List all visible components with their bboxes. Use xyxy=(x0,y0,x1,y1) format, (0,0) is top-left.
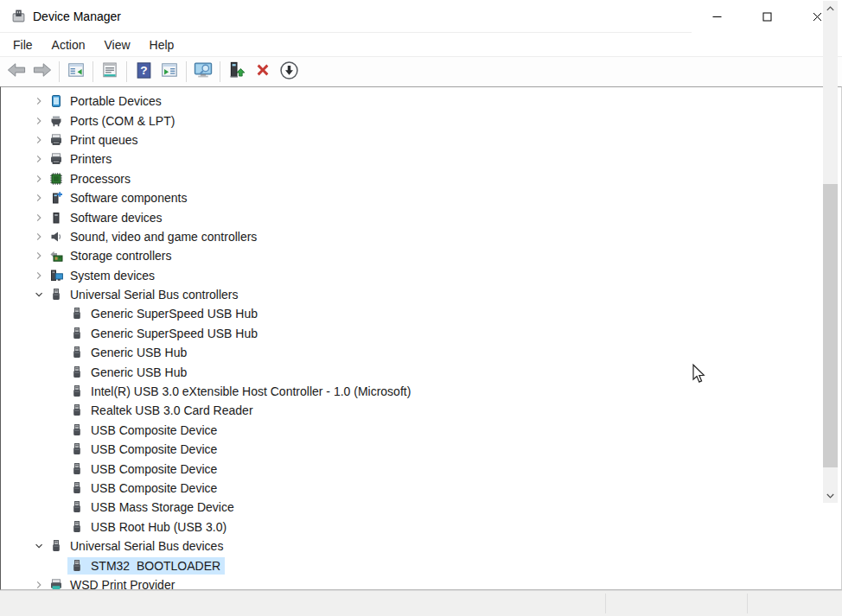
status-bar xyxy=(0,590,842,616)
uninstall-device-button[interactable] xyxy=(251,60,275,84)
row-content: Generic SuperSpeed USB Hub xyxy=(67,305,262,322)
tree-item-portable-devices[interactable]: Portable Devices xyxy=(1,92,841,111)
usb-icon xyxy=(70,500,84,514)
usb-icon xyxy=(70,462,84,476)
scrollbar-thumb[interactable] xyxy=(823,184,838,467)
tree-item-label: Sound, video and game controllers xyxy=(70,230,257,244)
tree-item-processors[interactable]: Processors xyxy=(1,169,841,188)
row-content: Realtek USB 3.0 Card Reader xyxy=(67,402,258,419)
row-content: Processors xyxy=(47,170,135,187)
window-title: Device Manager xyxy=(33,10,121,23)
tree-item-label: USB Composite Device xyxy=(91,423,217,437)
storage-controller-icon xyxy=(49,249,63,263)
tree-item-system-devices[interactable]: System devices xyxy=(1,266,841,285)
svg-text:?: ? xyxy=(140,64,147,77)
scroll-down-button[interactable] xyxy=(823,488,838,503)
tree-item-label: USB Root Hub (USB 3.0) xyxy=(91,520,226,534)
scan-hardware-icon xyxy=(193,60,214,83)
row-content: USB Composite Device xyxy=(67,441,221,458)
speaker-icon xyxy=(49,230,63,244)
usb-icon xyxy=(70,307,84,321)
tree-item-usb-composite-device[interactable]: USB Composite Device xyxy=(1,440,841,459)
back-arrow-button[interactable] xyxy=(4,60,29,84)
tree-item-generic-superspeed-usb-hub[interactable]: Generic SuperSpeed USB Hub xyxy=(1,304,841,323)
tree-item-label: Generic USB Hub xyxy=(91,365,187,379)
row-content: Universal Serial Bus controllers xyxy=(47,286,243,303)
help-button[interactable]: ? xyxy=(131,60,156,84)
tree-item-intel-r-usb-3-0-extensible-host-controller-1-0-microsoft[interactable]: Intel(R) USB 3.0 eXtensible Host Control… xyxy=(1,382,841,401)
toolbar: ? xyxy=(0,57,842,86)
minimize-button[interactable] xyxy=(692,0,742,33)
properties-button[interactable] xyxy=(98,60,122,84)
row-content: Ports (COM & LPT) xyxy=(47,112,179,130)
tree-item-usb-mass-storage-device[interactable]: USB Mass Storage Device xyxy=(1,498,841,517)
disable-device-button[interactable] xyxy=(277,60,301,84)
tree-item-sound-video-and-game-controllers[interactable]: Sound, video and game controllers xyxy=(1,227,841,246)
row-content: Sound, video and game controllers xyxy=(47,228,261,245)
tree-item-label: Processors xyxy=(70,172,131,186)
row-content: Printers xyxy=(47,150,116,168)
row-content: Print queues xyxy=(47,131,143,149)
forward-arrow-button[interactable] xyxy=(30,60,54,84)
tree-item-label: Storage controllers xyxy=(70,249,172,263)
show-action-pane-button[interactable] xyxy=(157,60,182,84)
tree-item-ports-com-lpt[interactable]: Ports (COM & LPT) xyxy=(1,111,841,130)
tree-item-software-devices[interactable]: Software devices xyxy=(1,207,841,226)
selected-row-content: STM32 BOOTLOADER xyxy=(67,557,225,575)
tree-item-stm32-bootloader[interactable]: STM32 BOOTLOADER xyxy=(1,556,841,575)
row-content: USB Composite Device xyxy=(67,460,221,478)
title-bar: Device Manager xyxy=(0,0,842,33)
maximize-button[interactable] xyxy=(742,0,792,33)
uninstall-device-icon xyxy=(253,60,272,82)
toolbar-separator xyxy=(126,61,127,82)
row-content: Generic USB Hub xyxy=(67,364,191,381)
row-content: USB Root Hub (USB 3.0) xyxy=(67,518,231,536)
menu-view[interactable]: View xyxy=(94,35,139,55)
scan-hardware-button[interactable] xyxy=(191,60,215,84)
usb-icon xyxy=(49,288,63,302)
usb-icon xyxy=(70,403,84,417)
menu-action[interactable]: Action xyxy=(42,35,95,55)
menu-file[interactable]: File xyxy=(3,35,42,55)
status-bar-divider xyxy=(605,594,606,613)
tree-item-label: USB Composite Device xyxy=(91,481,217,495)
tree-item-storage-controllers[interactable]: Storage controllers xyxy=(1,246,841,265)
show-console-tree-button[interactable] xyxy=(64,60,88,84)
device-tree: Portable DevicesPorts (COM & LPT)Print q… xyxy=(0,86,842,590)
scroll-up-button[interactable] xyxy=(823,1,838,16)
tree-item-usb-composite-device[interactable]: USB Composite Device xyxy=(1,479,841,498)
vertical-scrollbar[interactable] xyxy=(823,1,838,503)
update-driver-icon xyxy=(227,60,246,82)
row-content: Software components xyxy=(47,189,191,206)
tree-item-usb-root-hub-usb-3-0[interactable]: USB Root Hub (USB 3.0) xyxy=(1,518,841,537)
tree-item-label: Ports (COM & LPT) xyxy=(70,114,175,128)
row-content: System devices xyxy=(47,267,159,284)
printer-icon xyxy=(49,133,63,147)
tree-item-label: Generic SuperSpeed USB Hub xyxy=(91,307,258,321)
tree-item-usb-composite-device[interactable]: USB Composite Device xyxy=(1,421,841,440)
menu-help[interactable]: Help xyxy=(140,35,184,55)
tree-item-wsd-print-provider[interactable]: WSD Print Provider xyxy=(1,575,841,590)
back-arrow-icon xyxy=(6,60,27,83)
tree-item-usb-composite-device[interactable]: USB Composite Device xyxy=(1,459,841,478)
printer-icon xyxy=(49,152,63,166)
tree-item-print-queues[interactable]: Print queues xyxy=(1,130,841,149)
tree-item-printers[interactable]: Printers xyxy=(1,149,841,168)
wsd-printer-icon xyxy=(49,578,63,590)
row-content: Generic SuperSpeed USB Hub xyxy=(67,325,262,342)
software-component-icon xyxy=(49,191,63,205)
tree-item-universal-serial-bus-devices[interactable]: Universal Serial Bus devices xyxy=(1,537,841,556)
tree-item-universal-serial-bus-controllers[interactable]: Universal Serial Bus controllers xyxy=(1,285,841,304)
tree-item-generic-superspeed-usb-hub[interactable]: Generic SuperSpeed USB Hub xyxy=(1,324,841,343)
tree-item-realtek-usb-3-0-card-reader[interactable]: Realtek USB 3.0 Card Reader xyxy=(1,401,841,420)
tree-item-generic-usb-hub[interactable]: Generic USB Hub xyxy=(1,343,841,362)
usb-icon xyxy=(70,559,84,573)
usb-icon xyxy=(70,481,84,495)
tree-item-generic-usb-hub[interactable]: Generic USB Hub xyxy=(1,362,841,381)
row-content: Storage controllers xyxy=(47,247,176,264)
show-console-tree-icon xyxy=(67,60,86,82)
update-driver-button[interactable] xyxy=(225,60,249,84)
tree-item-software-components[interactable]: Software components xyxy=(1,188,841,207)
system-device-icon xyxy=(49,269,63,283)
row-content: Intel(R) USB 3.0 eXtensible Host Control… xyxy=(67,383,415,400)
